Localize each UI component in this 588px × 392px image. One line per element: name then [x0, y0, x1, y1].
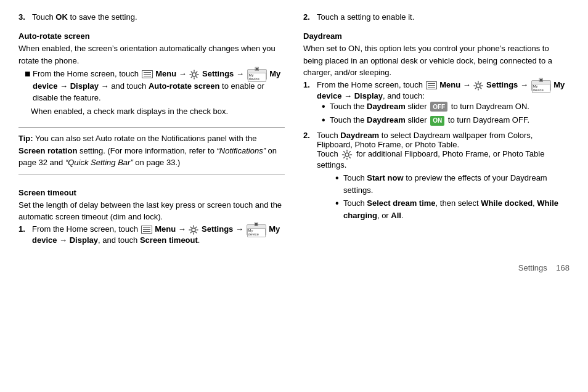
daydream-bullets: • Touch the Daydream slider OFF to turn … [316, 100, 570, 128]
left-column: 3. Touch OK to save the setting. Auto-ro… [18, 12, 285, 245]
mydevice-badge-3: ▣ My device [531, 80, 551, 91]
daydream-step1-num: 1. [303, 80, 314, 100]
bullet-dot-2: • [322, 114, 327, 127]
daydream-desc: When set to ON, this option lets you con… [303, 43, 570, 79]
daydream-step1: 1. From the Home screen, touch Menu → Se… [303, 80, 570, 100]
daydream-step1-text: From the Home screen, touch Menu → Setti… [317, 80, 570, 100]
sub-bullet-dot-1: • [335, 172, 340, 196]
svg-point-1 [192, 228, 195, 232]
auto-rotate-section: Auto-rotate screen When enabled, the scr… [18, 27, 285, 118]
right-step-2-num: 2. [303, 12, 314, 22]
svg-point-0 [192, 73, 196, 76]
menu-icon [142, 70, 153, 78]
settings-icon-2 [189, 225, 198, 235]
right-step-2-text: Touch a setting to enable it. [317, 12, 414, 22]
daydream-sub-bullet-2-text: Touch Select dream time, then select Whi… [343, 197, 570, 221]
right-column: 2. Touch a setting to enable it. Daydrea… [303, 12, 570, 245]
auto-rotate-bullet-text: From the Home screen, touch Menu → Setti… [33, 68, 285, 104]
toggle-on: ON [430, 116, 444, 126]
page-footer: Settings 168 [0, 257, 588, 279]
daydream-step2-num: 2. [303, 131, 314, 223]
daydream-step2-text: Touch Daydream to select Daydream wallpa… [317, 131, 570, 223]
svg-point-2 [476, 84, 480, 88]
screen-timeout-step1: 1. From the Home screen, touch Menu → Se… [18, 224, 285, 245]
mydevice-badge-2: ▣ My device [247, 224, 266, 235]
auto-rotate-title: Auto-rotate screen [18, 31, 285, 41]
daydream-bullet-2-text: Touch the Daydream slider ON to turn Day… [330, 114, 529, 127]
settings-icon-3 [473, 81, 483, 91]
daydream-section: Daydream When set to ON, this option let… [303, 27, 570, 223]
daydream-step2: 2. Touch Daydream to select Daydream wal… [303, 131, 570, 223]
gear-icon-daydream [341, 149, 353, 160]
daydream-bullet-1-text: Touch the Daydream slider OFF to turn Da… [330, 100, 529, 113]
auto-rotate-desc: When enabled, the screen’s orientation a… [18, 43, 285, 67]
footer-label: Settings [518, 263, 547, 272]
bullet-dot-1: • [322, 100, 327, 113]
daydream-sub-bullet-2: • Touch Select dream time, then select W… [335, 197, 570, 221]
step-3-num: 3. [18, 12, 30, 22]
tip-text: Tip: You can also set Auto rotate on the… [18, 134, 277, 167]
daydream-bullet-1: • Touch the Daydream slider OFF to turn … [322, 100, 570, 113]
screen-timeout-section: Screen timeout Set the length of delay b… [18, 183, 285, 245]
screen-timeout-desc: Set the length of delay between the last… [18, 199, 285, 223]
daydream-sub-bullet-1: • Touch Start now to preview the effects… [335, 172, 570, 196]
tip-box: Tip: You can also set Auto rotate on the… [18, 127, 285, 174]
menu-icon-2 [141, 226, 152, 234]
right-step-2: 2. Touch a setting to enable it. [303, 12, 570, 22]
daydream-bullet-2: • Touch the Daydream slider ON to turn D… [322, 114, 570, 127]
screen-timeout-step1-text: From the Home screen, touch Menu → Setti… [32, 224, 285, 245]
mydevice-badge: ▣ My device [247, 69, 267, 80]
checkbox-note: When enabled, a check mark displays in t… [31, 105, 285, 118]
screen-timeout-step1-num: 1. [18, 224, 30, 245]
menu-icon-3 [426, 81, 437, 89]
footer-page: 168 [556, 263, 570, 272]
step-3: 3. Touch OK to save the setting. [18, 12, 285, 22]
auto-rotate-bullet: ■ From the Home screen, touch Menu → Set… [25, 68, 285, 104]
daydream-step2-subbullets: • Touch Start now to preview the effects… [329, 172, 570, 221]
settings-icon [189, 70, 199, 80]
toggle-off: OFF [430, 102, 447, 112]
sub-bullet-dot-2: • [335, 197, 340, 221]
screen-timeout-title: Screen timeout [18, 188, 285, 197]
daydream-title: Daydream [303, 31, 570, 41]
daydream-sub-bullet-1-text: Touch Start now to preview the effects o… [343, 172, 570, 196]
bullet-square: ■ [25, 68, 30, 104]
svg-point-3 [345, 153, 349, 157]
step-3-text: Touch OK to save the setting. [32, 12, 137, 22]
